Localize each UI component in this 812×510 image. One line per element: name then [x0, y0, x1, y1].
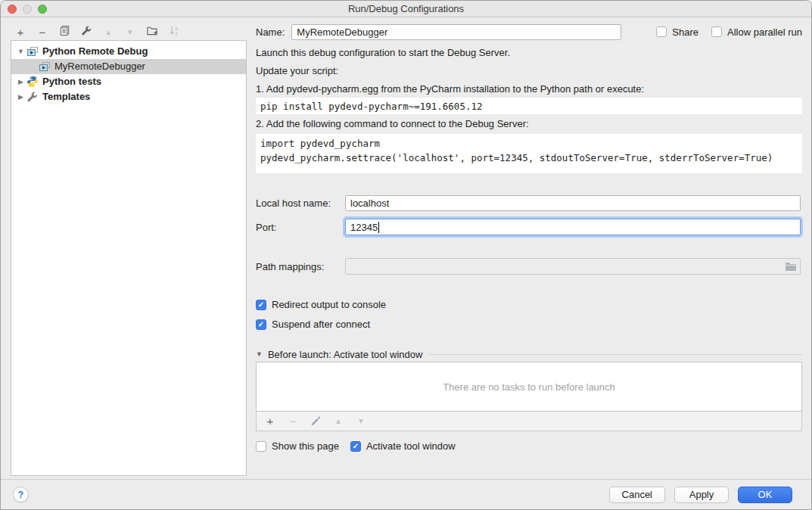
port-input[interactable]: 12345	[345, 219, 801, 235]
add-task-button[interactable]: +	[261, 414, 279, 429]
name-input[interactable]	[291, 24, 621, 40]
description-line: Update your script:	[256, 64, 802, 78]
tree-item-myremotedebugger[interactable]: MyRemoteDebugger	[11, 59, 246, 74]
run-config-icon	[26, 45, 39, 58]
redirect-output-label: Redirect output to console	[272, 299, 386, 310]
local-host-row: Local host name:	[256, 194, 802, 211]
run-debug-configurations-dialog: Run/Debug Configurations + − ▲ ▼	[0, 0, 812, 510]
tree-item-label: Templates	[42, 91, 90, 103]
down-triangle-icon: ▼	[357, 417, 365, 425]
description-line: 2. Add the following command to connect …	[256, 117, 802, 131]
name-label: Name:	[256, 26, 285, 38]
folder-icon	[785, 261, 797, 272]
edit-templates-button[interactable]	[77, 24, 95, 39]
ok-label: OK	[758, 489, 773, 500]
up-triangle-icon: ▲	[334, 417, 342, 425]
code-line: import pydevd_pycharm	[260, 136, 798, 151]
copy-configuration-button[interactable]	[55, 24, 73, 39]
minimize-window-button	[23, 5, 32, 14]
help-button[interactable]: ?	[13, 487, 29, 502]
wrench-icon	[81, 25, 92, 39]
allow-parallel-run-label: Allow parallel run	[727, 26, 802, 38]
allow-parallel-run-checkbox[interactable]	[711, 26, 722, 37]
browse-path-mappings-button[interactable]	[785, 261, 797, 272]
configurations-toolbar: + − ▲ ▼ az	[11, 23, 247, 40]
suspend-after-connect-checkbox[interactable]: ✓	[256, 319, 266, 330]
question-mark-icon: ?	[18, 490, 23, 500]
share-label: Share	[672, 26, 698, 38]
down-triangle-icon: ▼	[126, 28, 134, 36]
sort-az-icon: az	[169, 25, 180, 39]
svg-text:z: z	[175, 31, 177, 36]
before-launch-toolbar: + − ▲ ▼	[256, 412, 802, 431]
settrace-code-block: import pydevd_pycharm pydevd_pycharm.set…	[256, 134, 802, 173]
pip-install-command: pip install pydevd-pycharm~=191.6605.12	[256, 98, 802, 114]
sort-configurations-button: az	[165, 24, 183, 39]
bottom-options: Show this page ✓ Activate tool window	[256, 440, 802, 452]
local-host-label: Local host name:	[256, 197, 345, 209]
dialog-footer: ? Cancel Apply OK	[1, 479, 811, 509]
move-task-down-button: ▼	[352, 414, 370, 429]
local-host-input[interactable]	[345, 195, 801, 211]
cancel-button[interactable]: Cancel	[609, 487, 665, 503]
remove-task-button: −	[284, 414, 302, 429]
remove-configuration-button[interactable]: −	[33, 24, 51, 39]
add-configuration-button[interactable]: +	[11, 24, 30, 39]
redirect-output-option: ✓ Redirect output to console	[256, 299, 802, 310]
tree-item-python-remote-debug[interactable]: ▼ Python Remote Debug	[11, 44, 246, 59]
chevron-down-icon[interactable]: ▼	[15, 48, 26, 55]
before-launch-task-list: There are no tasks to run before launch	[256, 362, 802, 412]
move-up-button: ▲	[99, 24, 117, 39]
before-launch-header: ▼ Before launch: Activate tool window	[256, 348, 802, 360]
separator-line	[429, 354, 802, 355]
plus-icon: +	[17, 26, 24, 39]
share-option: Share	[656, 26, 698, 38]
show-this-page-option: Show this page	[256, 440, 339, 452]
pencil-icon	[310, 415, 321, 428]
share-checkbox[interactable]	[656, 26, 667, 37]
ok-button[interactable]: OK	[738, 487, 792, 503]
wrench-icon	[26, 91, 39, 103]
move-down-button: ▼	[121, 24, 139, 39]
check-icon: ✓	[258, 321, 264, 328]
configuration-editor: Name: Share Allow parallel run Launch th…	[256, 23, 802, 452]
apply-label: Apply	[689, 489, 714, 500]
check-icon: ✓	[353, 443, 359, 450]
empty-tasks-text: There are no tasks to run before launch	[443, 381, 615, 393]
chevron-right-icon[interactable]: ▶	[15, 93, 26, 101]
window-title: Run/Debug Configurations	[348, 3, 464, 14]
tree-item-label: Python tests	[42, 76, 101, 88]
apply-button[interactable]: Apply	[674, 487, 729, 503]
window-controls	[8, 5, 47, 14]
check-icon: ✓	[258, 301, 264, 309]
chevron-right-icon[interactable]: ▶	[15, 78, 26, 86]
tree-item-label: Python Remote Debug	[42, 45, 148, 58]
run-config-icon	[39, 61, 51, 73]
path-mappings-label: Path mappings:	[256, 261, 345, 272]
path-mappings-input[interactable]	[345, 258, 801, 275]
show-this-page-checkbox[interactable]	[256, 441, 266, 452]
tree-item-templates[interactable]: ▶ Templates	[11, 89, 246, 104]
name-row: Name: Share Allow parallel run	[256, 23, 802, 40]
activate-tool-window-label: Activate tool window	[366, 440, 456, 452]
copy-icon	[59, 25, 70, 39]
activate-tool-window-checkbox[interactable]: ✓	[350, 441, 361, 452]
zoom-window-button[interactable]	[38, 5, 47, 14]
code-line: pydevd_pycharm.settrace('localhost', por…	[260, 151, 798, 165]
minus-icon: −	[39, 26, 46, 39]
show-this-page-label: Show this page	[272, 440, 339, 452]
close-window-button[interactable]	[8, 5, 17, 14]
suspend-after-connect-label: Suspend after connect	[272, 319, 370, 330]
port-value: 12345	[350, 222, 378, 233]
tree-item-python-tests[interactable]: ▶ Python tests	[11, 74, 246, 89]
cancel-label: Cancel	[622, 489, 652, 500]
collapse-arrow-icon[interactable]: ▼	[256, 350, 263, 358]
titlebar[interactable]: Run/Debug Configurations	[1, 1, 811, 17]
suspend-after-connect-option: ✓ Suspend after connect	[256, 319, 802, 330]
path-mappings-row: Path mappings:	[256, 258, 802, 275]
new-folder-button[interactable]	[143, 24, 161, 39]
port-label: Port:	[256, 222, 345, 233]
port-row: Port: 12345	[256, 217, 802, 237]
edit-task-button	[306, 414, 325, 429]
redirect-output-checkbox[interactable]: ✓	[256, 300, 266, 310]
